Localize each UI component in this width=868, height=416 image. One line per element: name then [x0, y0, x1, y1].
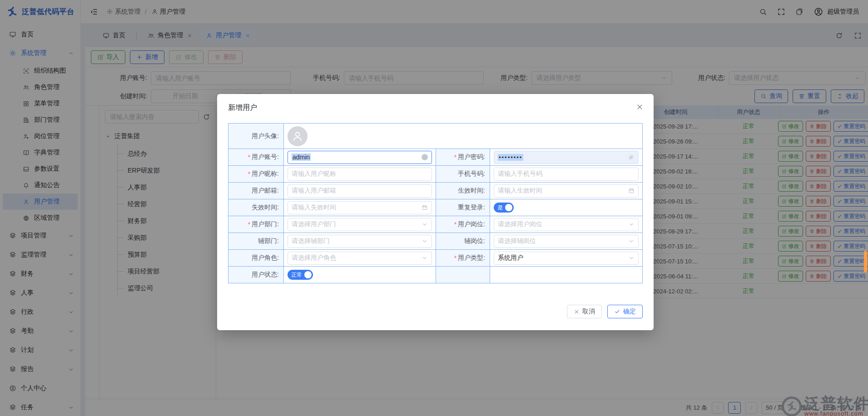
department-cell: 请选择用户部门: [284, 216, 436, 233]
effective-time-input[interactable]: 请输入生效时间: [494, 184, 639, 198]
close-icon: [423, 155, 427, 159]
nickname-input[interactable]: 请输入用户昵称: [288, 168, 432, 181]
close-icon[interactable]: [636, 103, 644, 111]
aux-position-select[interactable]: 请选择辅岗位: [494, 235, 639, 248]
aux-department-cell: 请选择辅部门: [284, 233, 436, 250]
phone-label: 手机号码:: [436, 166, 490, 183]
user-type-select[interactable]: 系统用户: [494, 252, 639, 265]
repeat-login-label: 重复登录:: [436, 199, 490, 216]
add-user-form: 用户头像: *用户账号: admin *用户密码: ••••••••: [228, 123, 643, 283]
password-label: *用户密码:: [436, 149, 490, 166]
chevron-down-icon: [628, 255, 635, 261]
expire-time-input[interactable]: 请输入失效时间: [288, 201, 432, 214]
avatar-cell: [284, 124, 643, 149]
chevron-down-icon: [422, 255, 428, 261]
add-user-modal: 新增用户 用户头像: *用户账号: admin *用户密码:: [217, 94, 654, 330]
password-cell: ••••••••: [490, 149, 643, 166]
aux-position-cell: 请选择辅岗位: [490, 233, 643, 250]
modal-footer: 取消 确定: [567, 305, 643, 318]
position-cell: 请选择用户岗位: [490, 216, 643, 233]
status-toggle[interactable]: 正常: [288, 270, 313, 280]
position-label: *用户岗位:: [436, 216, 490, 233]
clear-icon[interactable]: [422, 154, 428, 160]
status-cell: 正常: [284, 267, 436, 283]
expire-time-cell: 请输入失效时间: [284, 199, 436, 216]
empty-value-cell: [490, 267, 643, 283]
aux-department-label: 辅部门:: [228, 233, 284, 250]
chevron-down-icon: [628, 221, 635, 228]
repeat-login-toggle[interactable]: 是: [494, 203, 514, 213]
role-label: 用户角色:: [228, 250, 284, 267]
department-label: *用户部门:: [228, 216, 284, 233]
account-input[interactable]: admin: [288, 151, 432, 164]
phone-cell: 请输入手机号码: [490, 166, 643, 183]
role-cell: 请选择用户角色: [284, 250, 436, 267]
scrollbar-thumb-orange[interactable]: [864, 251, 867, 272]
chevron-down-icon: [628, 238, 635, 244]
cancel-button[interactable]: 取消: [567, 305, 602, 318]
email-input[interactable]: 请输入用户邮箱: [288, 184, 432, 198]
email-cell: 请输入用户邮箱: [284, 183, 436, 199]
calendar-icon: [422, 204, 428, 211]
phone-input[interactable]: 请输入手机号码: [494, 168, 639, 181]
effective-time-cell: 请输入生效时间: [490, 183, 643, 199]
user-type-label: *用户类型:: [436, 250, 490, 267]
chevron-down-icon: [422, 221, 428, 228]
aux-department-select[interactable]: 请选择辅部门: [288, 235, 432, 248]
password-input[interactable]: ••••••••: [494, 151, 639, 164]
avatar-label: 用户头像:: [228, 124, 284, 149]
repeat-login-cell: 是: [490, 199, 643, 216]
avatar-upload[interactable]: [288, 126, 308, 146]
modal-title: 新增用户: [228, 103, 257, 113]
nickname-cell: 请输入用户昵称: [284, 166, 436, 183]
account-cell: admin: [284, 149, 436, 166]
department-select[interactable]: 请选择用户部门: [288, 218, 432, 231]
close-icon: [574, 309, 580, 315]
calendar-icon: [628, 188, 635, 194]
position-select[interactable]: 请选择用户岗位: [494, 218, 639, 231]
empty-label-cell: [436, 267, 490, 283]
expire-time-label: 失效时间:: [228, 199, 284, 216]
chevron-down-icon: [422, 238, 428, 244]
check-icon: [614, 308, 620, 315]
user-type-cell: 系统用户: [490, 250, 643, 267]
aux-position-label: 辅岗位:: [436, 233, 490, 250]
nickname-label: *用户昵称:: [228, 166, 284, 183]
role-select[interactable]: 请选择用户角色: [288, 252, 432, 265]
status-label: 用户状态:: [228, 267, 284, 283]
account-label: *用户账号:: [228, 149, 284, 166]
email-label: 用户邮箱:: [228, 183, 284, 199]
app-root: 泛普低代码平台 首页系统管理组织结构图角色管理菜单管理部门管理岗位管理字典管理参…: [0, 0, 868, 416]
eye-off-icon[interactable]: [628, 154, 635, 161]
effective-time-label: 生效时间:: [436, 183, 490, 199]
confirm-button[interactable]: 确定: [607, 305, 643, 318]
person-icon: [291, 129, 304, 143]
